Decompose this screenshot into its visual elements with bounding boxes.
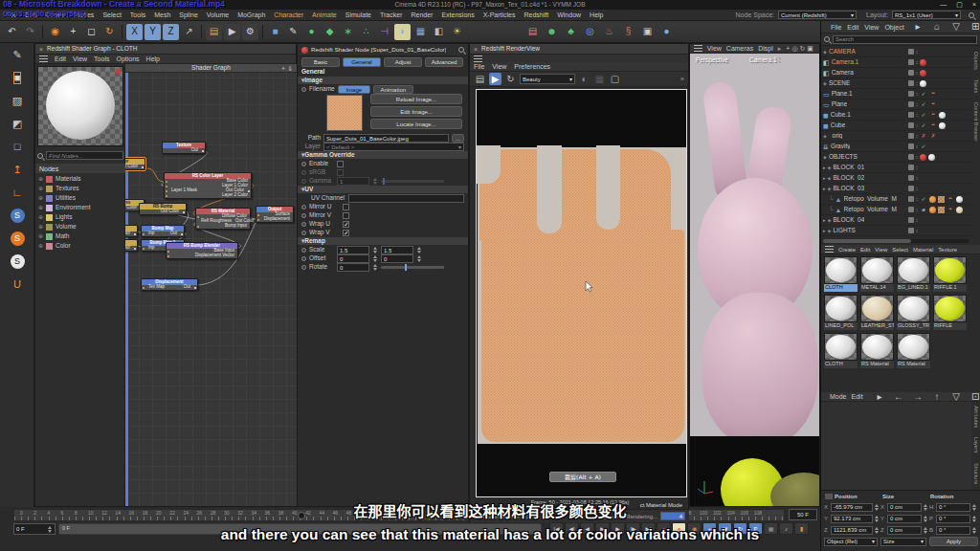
material-riffle[interactable]: RIFFLE [933, 295, 967, 330]
material-menu-view[interactable]: View [875, 247, 887, 253]
filename-animation-tab[interactable]: Animation [373, 85, 413, 94]
material-tag-icon[interactable] [939, 122, 946, 129]
selection-tag-icon[interactable]: •• [947, 195, 954, 203]
character-icon[interactable]: ☻ [544, 24, 560, 40]
menu-item-redshift[interactable]: Redshift [524, 11, 549, 18]
editor-toggle[interactable] [908, 228, 914, 233]
redshift-orange-icon[interactable]: S [0, 227, 34, 250]
shader-menu-help[interactable]: Help [146, 55, 160, 62]
filename-image-tab[interactable]: Image [338, 85, 370, 94]
search-icon[interactable] [969, 12, 974, 18]
material-lined-pol[interactable]: LINED_POL [824, 295, 858, 330]
object-row-orig[interactable]: ⌖_orig:✗✗ [821, 131, 971, 142]
expander-icon[interactable]: ▸ [823, 229, 826, 233]
viewport-nav-icons[interactable]: +◎↻▣ [786, 45, 815, 52]
menu-item-window[interactable]: Window [557, 11, 581, 18]
editor-toggle[interactable] [908, 59, 914, 65]
disabled-icon[interactable]: ✗ [920, 132, 927, 140]
rgb-channels-icon[interactable]: ◐ [578, 73, 590, 85]
model-mode-icon[interactable]: ■ [0, 66, 34, 89]
live-selection-icon[interactable]: ◉ [47, 24, 63, 40]
rotate-slider[interactable] [381, 266, 444, 269]
panel-menu-icon[interactable] [39, 55, 48, 62]
perspective-viewport[interactable]: ViewCamerasDispl ▸ +◎↻▣ Perspective Came… [689, 43, 820, 507]
tab-advanced[interactable]: Advanced [425, 57, 463, 67]
uv-section-header[interactable]: UV [298, 186, 468, 194]
uv-channel-input[interactable] [348, 194, 464, 203]
visibility-dots[interactable]: : [916, 154, 918, 160]
shader-menu-tools[interactable]: Tools [94, 55, 109, 62]
material-menu-create[interactable]: Create [838, 247, 856, 253]
scale-icon[interactable]: ◻ [83, 24, 100, 40]
graph-node-rs-bump[interactable]: RS BumpOut Color [139, 203, 187, 215]
phong-tag-icon[interactable] [929, 207, 936, 213]
material-glossy-tr[interactable]: GLOSSY_TR [897, 295, 930, 330]
object-row-block-02[interactable]: ▸⌖BLOCK_02: [821, 173, 971, 184]
generator-icon[interactable]: ◆ [322, 24, 338, 40]
rotate-icon[interactable]: ↻ [101, 24, 118, 40]
browse-button[interactable]: ... [452, 134, 464, 143]
light-icon[interactable]: ☀ [449, 24, 465, 40]
crop-icon[interactable]: ▢ [609, 73, 621, 85]
object-row-cube-1[interactable]: ◼Cube.1:✓•• [821, 110, 971, 121]
object-row-block-01[interactable]: ▸⌖BLOCK_01: [821, 163, 971, 173]
render-view-icon[interactable]: ▤ [206, 24, 222, 40]
material-menu-texture[interactable]: Texture [938, 247, 957, 253]
mirror-v-checkbox[interactable] [343, 212, 349, 219]
shader-menu-options[interactable]: Options [116, 55, 139, 62]
uv-mode-icon[interactable]: U [0, 273, 34, 296]
graph-node-displacement[interactable]: DisplacementTex MapOut [141, 278, 198, 291]
visibility-dots[interactable]: : [916, 59, 918, 65]
enabled-check-icon[interactable]: ✓ [920, 90, 927, 98]
graph-node-rs-material[interactable]: RS MaterialDiffuse ColorRefl RoughnessOu… [195, 208, 251, 230]
material-cloth[interactable]: CLOTH [824, 333, 858, 368]
remap-section-header[interactable]: Remap [298, 237, 468, 246]
gamma-slider[interactable] [381, 180, 444, 183]
panel-menu-icon[interactable] [825, 246, 834, 253]
redshift-blue-icon[interactable]: S [0, 204, 34, 227]
node-category-environment[interactable]: ⊕Environment [35, 203, 125, 212]
enabled-check-icon[interactable]: ✓ [920, 121, 927, 129]
node-category-materials[interactable]: ⊕Materials [35, 174, 125, 184]
editor-toggle[interactable] [908, 70, 914, 76]
object-row-lights[interactable]: ▸⌖LIGHTS: [821, 226, 971, 236]
visibility-dots[interactable]: : [916, 207, 918, 212]
graph-node-basecolor[interactable]: BaseColorOut Color [125, 158, 145, 170]
graph-node-normal-1[interactable]: Normal.1Out Color [125, 239, 138, 252]
object-row-retopo-volume-m[interactable]: └▲Retopo_Volume_M:a•• [821, 205, 971, 215]
menu-item-mograph[interactable]: MoGraph [237, 11, 265, 18]
viewport-menu-cameras[interactable]: Cameras [726, 45, 753, 52]
selection-tag-icon[interactable]: •• [929, 121, 937, 129]
pyro-icon[interactable]: ♨ [601, 24, 617, 40]
object-row-block-04[interactable]: ▸⌖BLOCK_04: [821, 215, 971, 226]
material-menu-edit[interactable]: Edit [860, 247, 870, 253]
editor-toggle[interactable] [908, 112, 914, 118]
material-leather-st[interactable]: LEATHER_ST [860, 295, 894, 330]
more-icon[interactable]: » [680, 76, 684, 82]
menu-item-render[interactable]: Render [411, 11, 433, 18]
editor-toggle[interactable] [908, 207, 914, 212]
viewport-menu-displ[interactable]: Displ [758, 45, 773, 52]
node-category-color[interactable]: ⊕Color [35, 241, 125, 251]
visibility-dots[interactable]: : [916, 101, 918, 107]
visibility-dots[interactable]: : [916, 196, 918, 202]
node-category-volume[interactable]: ⊕Volume [35, 222, 125, 231]
tweak-mode-icon[interactable]: ✎ [0, 43, 34, 66]
object-menu-file[interactable]: File [831, 24, 841, 31]
node-category-utilities[interactable]: ⊕Utilities [35, 193, 125, 203]
menu-item-tracker[interactable]: Tracker [380, 11, 402, 18]
expander-icon[interactable]: ▸ [823, 176, 826, 181]
selection-tag-icon[interactable]: •• [929, 90, 937, 98]
menu-item-character[interactable]: Character [274, 11, 303, 18]
alembic-tag-icon[interactable]: a [920, 206, 927, 213]
object-menu-view[interactable]: View [864, 24, 879, 31]
graph-node-rs-color-layer[interactable]: RS Color LayerBase ColorLayer 1 ColorLay… [164, 172, 252, 199]
crop-button[interactable]: 裁剪(Alt + A) [549, 472, 616, 482]
phong-tag-icon[interactable] [929, 196, 936, 203]
visibility-dots[interactable]: : [916, 122, 918, 128]
spline-bean-icon[interactable]: ◗ [394, 24, 411, 40]
spline-pen-icon[interactable]: ✎ [285, 24, 301, 40]
selection-tag-icon[interactable]: •• [929, 111, 937, 119]
panel-menu-icon[interactable] [474, 55, 482, 62]
renderview-menu-file[interactable]: File [474, 63, 484, 70]
